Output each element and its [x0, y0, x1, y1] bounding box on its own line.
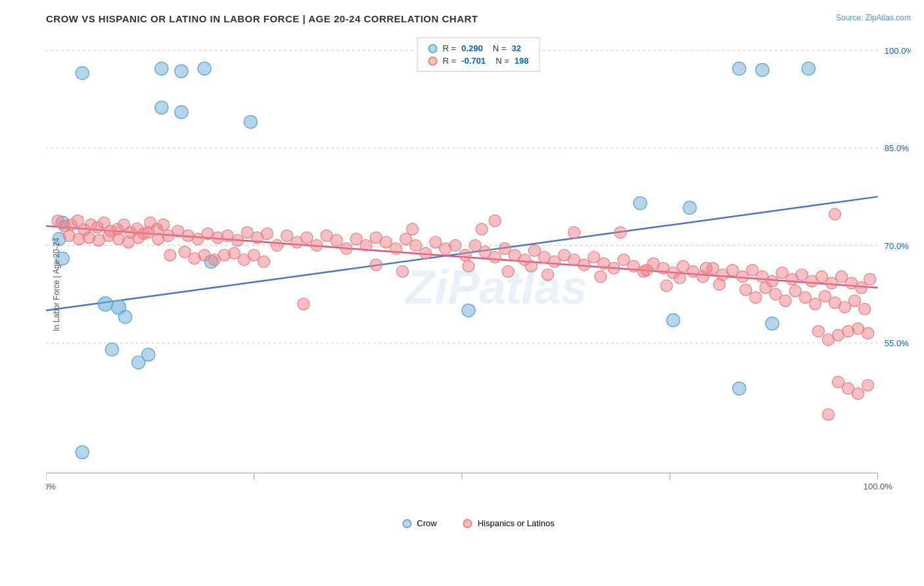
svg-point-42 [766, 317, 779, 330]
svg-point-37 [132, 356, 145, 369]
bottom-dot-hispanic [463, 519, 473, 528]
svg-point-154 [298, 298, 310, 310]
svg-text:100.0%: 100.0% [864, 482, 893, 491]
chart-area: In Labor Force | Age 20-24 R = 0.290 N =… [46, 31, 911, 538]
svg-point-171 [714, 279, 726, 290]
svg-point-185 [812, 325, 824, 337]
svg-point-143 [864, 273, 876, 285]
svg-point-18 [76, 66, 89, 79]
svg-point-170 [701, 262, 712, 274]
chart-title: CROW VS HISPANIC OR LATINO IN LABOR FORC… [46, 13, 911, 24]
svg-point-95 [390, 243, 402, 255]
svg-point-172 [740, 284, 752, 296]
svg-point-89 [331, 235, 342, 246]
svg-point-87 [311, 240, 323, 252]
svg-text:70.0%: 70.0% [885, 241, 909, 251]
svg-point-163 [542, 269, 553, 281]
svg-point-165 [595, 271, 607, 282]
svg-point-92 [360, 240, 372, 252]
svg-point-79 [231, 235, 243, 246]
svg-point-19 [155, 62, 168, 76]
svg-point-114 [578, 259, 590, 271]
bottom-dot-crow [402, 519, 411, 528]
svg-point-173 [750, 292, 762, 304]
legend-n2: N = [491, 56, 509, 66]
svg-point-38 [634, 196, 647, 210]
legend-n1: N = [488, 43, 507, 53]
svg-point-34 [119, 311, 132, 324]
svg-point-159 [476, 223, 488, 235]
svg-point-105 [489, 252, 501, 263]
svg-point-164 [568, 227, 580, 238]
svg-text:85.0%: 85.0% [885, 143, 909, 153]
svg-point-192 [822, 409, 834, 420]
svg-text:0.0%: 0.0% [46, 482, 56, 491]
svg-point-144 [164, 250, 176, 261]
svg-text:55.0%: 55.0% [885, 338, 909, 348]
svg-point-183 [849, 295, 861, 307]
svg-point-184 [859, 304, 871, 315]
svg-point-191 [829, 208, 841, 220]
bottom-legend: Crow Hispanics or Latinos [402, 518, 554, 528]
svg-point-117 [608, 262, 620, 274]
svg-point-86 [301, 232, 313, 244]
bottom-legend-crow: Crow [402, 518, 436, 528]
svg-point-166 [614, 227, 626, 238]
svg-point-101 [450, 240, 461, 252]
svg-point-190 [862, 327, 874, 339]
svg-point-27 [802, 62, 815, 76]
legend-row-crow: R = 0.290 N = 32 [428, 43, 529, 53]
legend-r1-val: 0.290 [461, 43, 483, 53]
y-axis-label: In Labor Force | Age 20-24 [52, 238, 61, 332]
svg-point-26 [756, 63, 769, 76]
chart-svg: 100.0% 85.0% 70.0% 55.0% 0.0% 100.0% [46, 31, 911, 538]
legend-r2-val: -0.701 [461, 56, 486, 66]
chart-container: CROW VS HISPANIC OR LATINO IN LABOR FORC… [0, 0, 924, 586]
bottom-label-hispanic: Hispanics or Latinos [478, 518, 555, 528]
svg-point-24 [244, 116, 257, 129]
svg-point-156 [396, 265, 408, 277]
bottom-legend-hispanic: Hispanics or Latinos [463, 518, 555, 528]
svg-point-82 [261, 228, 273, 240]
legend-n1-val: 32 [511, 43, 520, 53]
svg-point-153 [258, 256, 269, 267]
source-label: Source: ZipAtlas.com [836, 13, 911, 22]
svg-point-43 [733, 382, 746, 395]
svg-point-20 [175, 64, 188, 78]
svg-point-158 [463, 260, 474, 272]
svg-text:100.0%: 100.0% [885, 46, 911, 56]
svg-point-196 [862, 380, 874, 392]
svg-point-155 [370, 259, 382, 271]
svg-point-61 [158, 219, 170, 231]
legend-dot-crow [428, 44, 438, 53]
svg-point-35 [105, 343, 118, 356]
svg-point-23 [175, 106, 188, 119]
svg-point-157 [407, 223, 419, 235]
svg-point-179 [809, 298, 821, 310]
legend-box: R = 0.290 N = 32 R = -0.701 N = 198 [417, 37, 540, 72]
svg-point-90 [340, 243, 352, 255]
svg-point-41 [666, 314, 680, 327]
svg-point-160 [489, 215, 501, 227]
legend-r2: R = [443, 56, 457, 66]
legend-n2-val: 198 [515, 56, 529, 66]
svg-point-83 [271, 240, 283, 252]
legend-row-hispanic: R = -0.701 N = 198 [428, 56, 529, 66]
svg-point-102 [459, 250, 471, 261]
svg-point-39 [683, 201, 696, 214]
svg-point-167 [641, 264, 653, 276]
svg-point-21 [198, 62, 211, 76]
svg-point-22 [155, 101, 168, 114]
svg-point-169 [674, 272, 685, 284]
svg-point-98 [420, 248, 432, 259]
svg-point-25 [733, 62, 746, 76]
svg-point-44 [76, 445, 89, 459]
svg-point-176 [779, 295, 791, 307]
svg-point-195 [852, 388, 864, 399]
svg-point-168 [660, 280, 672, 292]
bottom-label-crow: Crow [417, 518, 436, 528]
svg-point-161 [502, 265, 514, 277]
svg-point-40 [462, 304, 475, 317]
legend-dot-hispanic [428, 56, 438, 66]
svg-point-31 [98, 297, 112, 311]
